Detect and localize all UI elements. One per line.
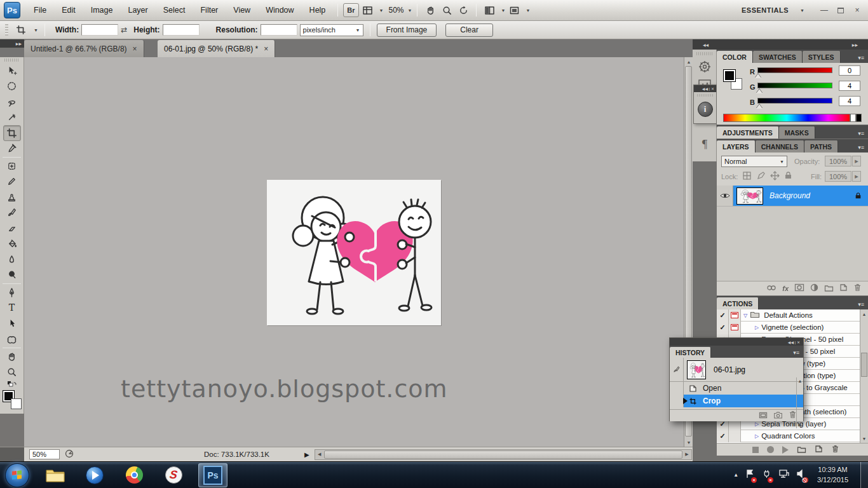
history-state-crop[interactable]: Crop (670, 395, 803, 407)
tool-preset-dropdown-icon[interactable]: ▼ (34, 28, 38, 32)
paint-bucket-tool[interactable] (3, 236, 21, 252)
ramp-black-swatch[interactable] (856, 114, 862, 122)
resolution-unit-select[interactable]: pixels/inch▼ (300, 24, 363, 36)
tab-adjustments[interactable]: ADJUSTMENTS (717, 126, 779, 139)
new-document-from-state-icon[interactable] (759, 410, 768, 421)
scroll-down-icon[interactable]: ▼ (860, 434, 868, 443)
scroll-right-icon[interactable]: ▶ (682, 450, 691, 459)
add-mask-icon[interactable] (794, 283, 804, 294)
height-input[interactable] (163, 24, 200, 36)
resolution-input[interactable] (261, 24, 297, 36)
panel-menu-icon[interactable]: ▾≡ (854, 55, 868, 63)
blue-slider-marker[interactable] (756, 104, 763, 109)
start-button[interactable] (5, 463, 29, 487)
fill-spinner-icon[interactable]: ▸ (852, 171, 861, 182)
history-brush-source-box[interactable] (670, 358, 684, 381)
clone-stamp-tool[interactable] (3, 189, 21, 205)
scroll-down-icon[interactable]: ▼ (797, 422, 803, 428)
scroll-up-icon[interactable]: ▲ (684, 57, 693, 66)
layer-name[interactable]: Background (770, 191, 810, 200)
ramp-white-swatch[interactable] (850, 114, 856, 122)
new-layer-icon[interactable] (839, 283, 848, 294)
action-row[interactable]: ✓ ▷Vignette (selection) (717, 322, 868, 334)
view-extras-icon[interactable] (360, 3, 376, 17)
green-value[interactable]: 4 (839, 81, 860, 91)
path-selection-tool[interactable] (3, 316, 21, 332)
tab-close-icon[interactable]: × (264, 44, 268, 53)
tab-paths[interactable]: PATHS (804, 140, 838, 152)
document-size-readout[interactable]: Doc: 733.1K/733.1K (204, 451, 269, 458)
photoshop-app-icon[interactable]: Ps (4, 2, 20, 18)
menu-file[interactable]: File (27, 3, 53, 17)
marquee-tool[interactable] (3, 79, 21, 95)
scroll-up-icon[interactable]: ▲ (860, 309, 868, 318)
delete-layer-icon[interactable] (853, 283, 862, 294)
width-input[interactable] (81, 24, 118, 36)
action-row[interactable]: ✓▷Quadrant Colors (717, 430, 868, 442)
color-spectrum-ramp[interactable] (723, 114, 850, 122)
mini-panel-controls[interactable]: ◀◀ | ✕ (702, 86, 714, 91)
menu-edit[interactable]: Edit (55, 3, 83, 17)
menu-window[interactable]: Window (259, 3, 301, 17)
show-desktop-button[interactable] (860, 462, 868, 488)
zoom-dropdown-icon[interactable]: ▼ (408, 8, 412, 13)
tab-swatches[interactable]: SWATCHES (753, 51, 803, 63)
action-set-row[interactable]: ✓ ▽ Default Actions (717, 309, 868, 322)
arrange-documents-icon[interactable] (482, 3, 497, 17)
taskbar-photoshop[interactable]: Ps (198, 463, 227, 487)
action-center-icon[interactable]: × (745, 469, 755, 481)
move-tool[interactable] (3, 63, 21, 79)
canvas-area[interactable]: tettytanoyo.blogspot.com (24, 57, 684, 447)
arrange-documents-dropdown-icon[interactable]: ▼ (501, 8, 505, 13)
delete-action-icon[interactable] (831, 444, 839, 456)
foreground-background-swatches[interactable] (3, 390, 22, 409)
zoom-level-control[interactable]: 50% (389, 6, 404, 15)
eyedropper-tool[interactable] (3, 141, 21, 157)
menu-filter[interactable]: Filter (193, 3, 225, 17)
zoom-tool[interactable] (3, 365, 21, 381)
drag-handle[interactable] (697, 94, 713, 97)
menu-help[interactable]: Help (302, 3, 333, 17)
scrollbar-thumb[interactable] (861, 353, 867, 377)
rotate-view-icon[interactable] (456, 3, 471, 17)
action-check-icon[interactable]: ✓ (719, 311, 725, 320)
crop-tool[interactable] (3, 125, 21, 141)
quick-selection-tool[interactable] (3, 110, 21, 126)
document-image[interactable] (267, 180, 441, 325)
hand-tool-icon[interactable] (423, 3, 438, 17)
view-extras-dropdown-icon[interactable]: ▼ (379, 8, 384, 13)
tab-layers[interactable]: LAYERS (717, 140, 756, 152)
tab-untitled-1[interactable]: Untitled-1 @ 66.7% (RGB/8)× (24, 40, 144, 57)
close-button[interactable]: × (853, 6, 862, 15)
new-snapshot-icon[interactable] (773, 410, 783, 421)
menu-layer[interactable]: Layer (121, 3, 154, 17)
statusbar-zoom-field[interactable]: 50% (29, 449, 60, 459)
history-scrollbar[interactable]: ▲ ▼ (796, 377, 803, 428)
red-slider[interactable] (757, 67, 832, 73)
tab-masks[interactable]: MASKS (779, 126, 815, 139)
pencil-tool[interactable] (3, 174, 21, 190)
statusbar-menu-arrow-icon[interactable]: ▶ (304, 451, 309, 458)
link-layers-icon[interactable] (766, 283, 776, 294)
layer-visibility-toggle[interactable] (717, 186, 733, 206)
burn-tool[interactable] (3, 268, 21, 283)
stop-icon[interactable] (752, 447, 759, 453)
new-set-icon[interactable] (797, 444, 806, 456)
screen-mode-icon[interactable] (506, 3, 522, 17)
red-value[interactable]: 0 (839, 65, 860, 76)
history-source-toggle[interactable] (670, 395, 684, 407)
type-tool[interactable]: T (3, 301, 21, 316)
power-icon[interactable]: × (762, 469, 771, 481)
fill-value[interactable]: 100% (825, 171, 851, 182)
history-snapshot-row[interactable]: 06-01.jpg (670, 358, 803, 382)
layer-thumbnail[interactable] (736, 187, 763, 205)
zoom-tool-icon[interactable] (439, 3, 454, 17)
info-panel-icon[interactable]: i (698, 102, 713, 117)
blue-value[interactable]: 4 (839, 96, 860, 106)
layer-style-icon[interactable]: fx (782, 285, 789, 292)
network-icon[interactable] (778, 469, 789, 481)
lock-pixels-icon[interactable] (756, 171, 766, 183)
lock-transparency-icon[interactable] (742, 171, 752, 183)
tab-history[interactable]: HISTORY (670, 347, 711, 358)
layer-row-background[interactable]: Background (717, 186, 868, 206)
